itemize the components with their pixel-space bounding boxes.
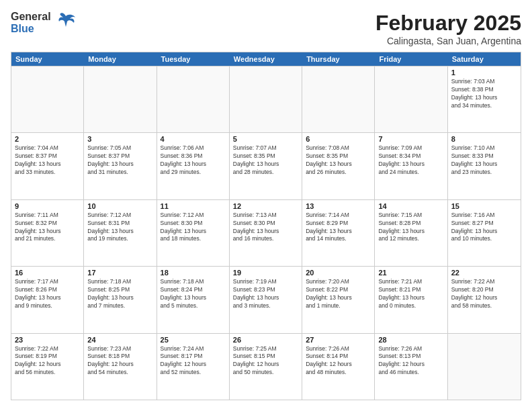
- day-number: 13: [306, 202, 371, 210]
- calendar-cell: [375, 66, 447, 132]
- logo: General Blue: [11, 11, 77, 35]
- day-number: 7: [378, 135, 443, 143]
- calendar-cell: 25Sunrise: 7:24 AM Sunset: 8:17 PM Dayli…: [157, 334, 230, 400]
- calendar-cell: 24Sunrise: 7:23 AM Sunset: 8:18 PM Dayli…: [84, 334, 157, 400]
- calendar-cell: 6Sunrise: 7:08 AM Sunset: 8:35 PM Daylig…: [302, 133, 375, 199]
- calendar-cell: [84, 66, 157, 132]
- header-day-tuesday: Tuesday: [157, 52, 230, 66]
- day-info: Sunrise: 7:23 AM Sunset: 8:18 PM Dayligh…: [87, 345, 152, 377]
- header-day-thursday: Thursday: [302, 52, 375, 66]
- day-number: 16: [15, 269, 80, 277]
- day-number: 6: [306, 135, 371, 143]
- day-number: 22: [451, 269, 517, 277]
- day-info: Sunrise: 7:22 AM Sunset: 8:20 PM Dayligh…: [451, 278, 517, 310]
- calendar-row-3: 9Sunrise: 7:11 AM Sunset: 8:32 PM Daylig…: [11, 199, 521, 266]
- calendar-cell: 16Sunrise: 7:17 AM Sunset: 8:26 PM Dayli…: [11, 267, 84, 332]
- day-number: 25: [161, 336, 226, 344]
- day-number: 23: [15, 336, 80, 344]
- calendar-cell: 12Sunrise: 7:13 AM Sunset: 8:30 PM Dayli…: [230, 200, 302, 266]
- calendar-row-2: 2Sunrise: 7:04 AM Sunset: 8:37 PM Daylig…: [11, 132, 521, 199]
- calendar-cell: 9Sunrise: 7:11 AM Sunset: 8:32 PM Daylig…: [11, 200, 84, 266]
- day-info: Sunrise: 7:18 AM Sunset: 8:25 PM Dayligh…: [87, 278, 152, 310]
- header-day-friday: Friday: [375, 52, 447, 66]
- day-number: 11: [161, 202, 226, 210]
- day-info: Sunrise: 7:12 AM Sunset: 8:30 PM Dayligh…: [161, 212, 226, 244]
- day-number: 19: [233, 269, 298, 277]
- day-info: Sunrise: 7:20 AM Sunset: 8:22 PM Dayligh…: [306, 278, 371, 310]
- day-number: 24: [87, 336, 152, 344]
- day-info: Sunrise: 7:19 AM Sunset: 8:23 PM Dayligh…: [233, 278, 298, 310]
- day-info: Sunrise: 7:17 AM Sunset: 8:26 PM Dayligh…: [15, 278, 80, 310]
- header-day-sunday: Sunday: [11, 52, 84, 66]
- logo-general: General: [11, 11, 51, 23]
- calendar-cell: 23Sunrise: 7:22 AM Sunset: 8:19 PM Dayli…: [11, 334, 84, 400]
- calendar-cell: 3Sunrise: 7:05 AM Sunset: 8:37 PM Daylig…: [84, 133, 157, 199]
- calendar-cell: 11Sunrise: 7:12 AM Sunset: 8:30 PM Dayli…: [157, 200, 230, 266]
- calendar-header: SundayMondayTuesdayWednesdayThursdayFrid…: [11, 52, 521, 66]
- calendar-cell: 4Sunrise: 7:06 AM Sunset: 8:36 PM Daylig…: [157, 133, 230, 199]
- day-number: 17: [87, 269, 152, 277]
- day-number: 18: [161, 269, 226, 277]
- logo-blue: Blue: [11, 23, 51, 35]
- calendar: SundayMondayTuesdayWednesdayThursdayFrid…: [11, 52, 521, 400]
- month-title: February 2025: [375, 11, 521, 36]
- page: General Blue February 2025 Calingasta, S…: [0, 0, 532, 411]
- day-number: 21: [378, 269, 443, 277]
- calendar-cell: 27Sunrise: 7:26 AM Sunset: 8:14 PM Dayli…: [302, 334, 375, 400]
- header-day-monday: Monday: [84, 52, 157, 66]
- day-info: Sunrise: 7:11 AM Sunset: 8:32 PM Dayligh…: [15, 212, 80, 244]
- day-number: 14: [378, 202, 443, 210]
- header-day-saturday: Saturday: [448, 52, 521, 66]
- day-info: Sunrise: 7:14 AM Sunset: 8:29 PM Dayligh…: [306, 212, 371, 244]
- day-number: 26: [233, 336, 298, 344]
- calendar-cell: 15Sunrise: 7:16 AM Sunset: 8:27 PM Dayli…: [448, 200, 521, 266]
- day-info: Sunrise: 7:16 AM Sunset: 8:27 PM Dayligh…: [451, 212, 517, 244]
- calendar-cell: 2Sunrise: 7:04 AM Sunset: 8:37 PM Daylig…: [11, 133, 84, 199]
- calendar-cell: 5Sunrise: 7:07 AM Sunset: 8:35 PM Daylig…: [230, 133, 302, 199]
- header: General Blue February 2025 Calingasta, S…: [11, 11, 521, 46]
- day-info: Sunrise: 7:04 AM Sunset: 8:37 PM Dayligh…: [15, 144, 80, 177]
- day-info: Sunrise: 7:24 AM Sunset: 8:17 PM Dayligh…: [161, 345, 226, 377]
- day-info: Sunrise: 7:26 AM Sunset: 8:13 PM Dayligh…: [378, 345, 443, 377]
- calendar-cell: 17Sunrise: 7:18 AM Sunset: 8:25 PM Dayli…: [84, 267, 157, 332]
- day-info: Sunrise: 7:12 AM Sunset: 8:31 PM Dayligh…: [87, 212, 152, 244]
- calendar-body: 1Sunrise: 7:03 AM Sunset: 8:38 PM Daylig…: [11, 66, 521, 400]
- day-info: Sunrise: 7:25 AM Sunset: 8:15 PM Dayligh…: [233, 345, 298, 377]
- calendar-cell: 8Sunrise: 7:10 AM Sunset: 8:33 PM Daylig…: [448, 133, 521, 199]
- calendar-row-1: 1Sunrise: 7:03 AM Sunset: 8:38 PM Daylig…: [11, 66, 521, 132]
- calendar-cell: 22Sunrise: 7:22 AM Sunset: 8:20 PM Dayli…: [448, 267, 521, 332]
- day-info: Sunrise: 7:18 AM Sunset: 8:24 PM Dayligh…: [161, 278, 226, 310]
- day-info: Sunrise: 7:13 AM Sunset: 8:30 PM Dayligh…: [233, 212, 298, 244]
- day-number: 2: [15, 135, 80, 143]
- calendar-cell: [230, 66, 302, 132]
- day-number: 1: [451, 68, 517, 77]
- calendar-cell: 10Sunrise: 7:12 AM Sunset: 8:31 PM Dayli…: [84, 200, 157, 266]
- calendar-cell: 26Sunrise: 7:25 AM Sunset: 8:15 PM Dayli…: [230, 334, 302, 400]
- day-info: Sunrise: 7:08 AM Sunset: 8:35 PM Dayligh…: [306, 144, 371, 177]
- calendar-cell: 21Sunrise: 7:21 AM Sunset: 8:21 PM Dayli…: [375, 267, 447, 332]
- day-info: Sunrise: 7:26 AM Sunset: 8:14 PM Dayligh…: [306, 345, 371, 377]
- calendar-cell: 28Sunrise: 7:26 AM Sunset: 8:13 PM Dayli…: [375, 334, 447, 400]
- calendar-cell: 18Sunrise: 7:18 AM Sunset: 8:24 PM Dayli…: [157, 267, 230, 332]
- day-info: Sunrise: 7:21 AM Sunset: 8:21 PM Dayligh…: [378, 278, 443, 310]
- day-info: Sunrise: 7:09 AM Sunset: 8:34 PM Dayligh…: [378, 144, 443, 177]
- calendar-cell: 19Sunrise: 7:19 AM Sunset: 8:23 PM Dayli…: [230, 267, 302, 332]
- day-number: 27: [306, 336, 371, 344]
- day-number: 8: [451, 135, 517, 143]
- day-info: Sunrise: 7:10 AM Sunset: 8:33 PM Dayligh…: [451, 144, 517, 177]
- day-info: Sunrise: 7:15 AM Sunset: 8:28 PM Dayligh…: [378, 212, 443, 244]
- calendar-cell: 20Sunrise: 7:20 AM Sunset: 8:22 PM Dayli…: [302, 267, 375, 332]
- calendar-cell: [157, 66, 230, 132]
- day-number: 28: [378, 336, 443, 344]
- header-day-wednesday: Wednesday: [230, 52, 302, 66]
- calendar-cell: 14Sunrise: 7:15 AM Sunset: 8:28 PM Dayli…: [375, 200, 447, 266]
- day-number: 20: [306, 269, 371, 277]
- title-block: February 2025 Calingasta, San Juan, Arge…: [375, 11, 521, 46]
- calendar-cell: [11, 66, 84, 132]
- day-number: 10: [87, 202, 152, 210]
- day-info: Sunrise: 7:06 AM Sunset: 8:36 PM Dayligh…: [161, 144, 226, 177]
- calendar-row-4: 16Sunrise: 7:17 AM Sunset: 8:26 PM Dayli…: [11, 266, 521, 332]
- day-number: 15: [451, 202, 517, 210]
- day-number: 3: [87, 135, 152, 143]
- day-info: Sunrise: 7:05 AM Sunset: 8:37 PM Dayligh…: [87, 144, 152, 177]
